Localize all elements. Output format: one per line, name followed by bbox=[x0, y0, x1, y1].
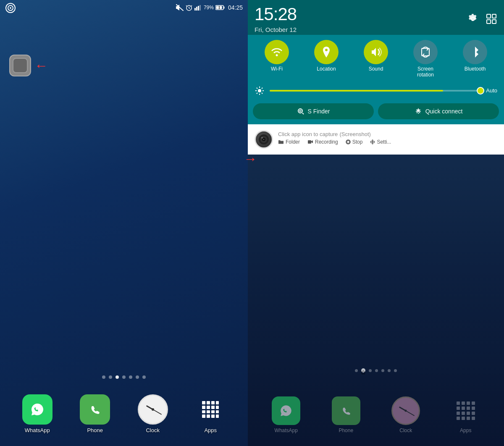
folder-icon bbox=[278, 139, 284, 144]
mute-icon bbox=[176, 4, 184, 11]
app-apps[interactable]: Apps bbox=[195, 394, 226, 433]
sound-label: Sound bbox=[369, 66, 383, 72]
svg-point-19 bbox=[258, 89, 261, 92]
toggle-bluetooth[interactable]: Bluetooth bbox=[458, 40, 492, 78]
right-dot-1[interactable] bbox=[355, 369, 358, 372]
page-dot-4[interactable] bbox=[122, 375, 126, 379]
brightness-slider[interactable] bbox=[270, 90, 481, 92]
left-dock: WhatsApp Phone Clock bbox=[0, 388, 248, 446]
page-dot-7[interactable] bbox=[142, 375, 146, 379]
toggle-rotation[interactable]: Screen rotation bbox=[409, 40, 442, 78]
shade-buttons: S Finder Quick connect bbox=[248, 100, 504, 124]
svg-rect-17 bbox=[492, 20, 496, 24]
right-dot-home[interactable]: ⌂ bbox=[361, 368, 365, 373]
apps-label: Apps bbox=[204, 427, 217, 433]
sfinder-button[interactable]: S Finder bbox=[253, 103, 374, 119]
notif-content: Click app icon to capture (Screenshot) F… bbox=[278, 130, 497, 145]
phone-icon bbox=[80, 394, 110, 425]
floating-ball[interactable] bbox=[9, 55, 31, 76]
red-arrow-left: ← bbox=[34, 59, 48, 72]
notif-action-stop[interactable]: Stop bbox=[346, 139, 363, 145]
svg-rect-7 bbox=[198, 6, 199, 10]
clock-icon bbox=[138, 394, 168, 425]
svg-rect-30 bbox=[347, 141, 349, 143]
brightness-thumb bbox=[477, 87, 484, 94]
right-dot-4[interactable] bbox=[375, 369, 378, 372]
page-dot-2[interactable] bbox=[109, 375, 112, 379]
right-dot-5[interactable] bbox=[381, 369, 384, 372]
notif-actions: Folder Recording bbox=[278, 139, 497, 145]
right-clock-icon bbox=[391, 396, 420, 425]
svg-point-20 bbox=[298, 109, 302, 113]
toggle-sound[interactable]: Sound bbox=[359, 40, 393, 78]
folder-label: Folder bbox=[286, 139, 300, 145]
notif-app-icon bbox=[255, 130, 273, 149]
page-dots bbox=[102, 375, 146, 379]
battery-icon bbox=[215, 5, 225, 10]
notif-action-recording[interactable]: Recording bbox=[307, 139, 338, 145]
right-app-apps[interactable]: Apps bbox=[452, 396, 480, 433]
sound-toggle-circle bbox=[364, 40, 388, 64]
settings-small-icon bbox=[370, 139, 375, 144]
notif-action-settings[interactable]: Setti... bbox=[370, 139, 391, 145]
left-screen: 79% 04:25 ← bbox=[0, 0, 248, 446]
phone-label: Phone bbox=[87, 427, 103, 433]
svg-rect-14 bbox=[487, 14, 491, 18]
right-apps-grid bbox=[457, 401, 475, 420]
status-icons: 79% 04:25 bbox=[176, 4, 243, 11]
right-dot-3[interactable] bbox=[369, 369, 372, 372]
quickconnect-button[interactable]: Quick connect bbox=[378, 103, 499, 119]
sfinder-label: S Finder bbox=[308, 108, 330, 115]
shade-date: Fri, October 12 bbox=[255, 26, 297, 33]
notification-card: → Click app icon to capture (Screenshot) bbox=[248, 124, 504, 155]
brightness-row: Auto bbox=[248, 81, 504, 100]
right-screen: 15:28 Fri, October 12 bbox=[248, 0, 504, 446]
right-app-whatsapp[interactable]: WhatsApp bbox=[272, 396, 300, 433]
right-app-phone[interactable]: Phone bbox=[332, 396, 360, 433]
page-dot-5[interactable] bbox=[129, 375, 132, 379]
alarm-icon bbox=[185, 4, 193, 11]
page-dot-1[interactable] bbox=[102, 375, 105, 379]
svg-point-31 bbox=[372, 141, 373, 143]
right-phone-label: Phone bbox=[339, 428, 353, 433]
svg-rect-5 bbox=[194, 8, 196, 10]
wifi-label: Wi-Fi bbox=[271, 66, 283, 72]
notif-action-folder[interactable]: Folder bbox=[278, 139, 300, 145]
right-dock: WhatsApp Phone Clock bbox=[248, 390, 504, 446]
svg-rect-16 bbox=[487, 20, 491, 24]
svg-rect-33 bbox=[338, 402, 354, 419]
whatsapp-icon bbox=[22, 394, 52, 425]
svg-rect-15 bbox=[492, 14, 496, 18]
right-apps-icon bbox=[452, 396, 480, 425]
app-clock[interactable]: Clock bbox=[138, 394, 168, 433]
camera-icon bbox=[5, 3, 16, 13]
toggle-location[interactable]: Location bbox=[310, 40, 343, 78]
settings-icon[interactable] bbox=[467, 13, 479, 25]
svg-rect-11 bbox=[223, 7, 224, 9]
right-dot-7[interactable] bbox=[394, 369, 397, 372]
recording-label: Recording bbox=[315, 139, 338, 145]
svg-rect-6 bbox=[196, 7, 197, 10]
shade-time: 15:28 bbox=[255, 4, 297, 24]
red-arrow-notification: → bbox=[244, 151, 257, 167]
app-phone[interactable]: Phone bbox=[80, 394, 110, 433]
apps-icon bbox=[195, 394, 226, 425]
right-app-clock[interactable]: Clock bbox=[391, 396, 420, 433]
toggle-wifi[interactable]: Wi-Fi bbox=[260, 40, 294, 78]
wifi-toggle-circle bbox=[265, 40, 289, 64]
brightness-auto-label: Auto bbox=[486, 87, 497, 94]
rotation-toggle-circle bbox=[413, 40, 438, 64]
app-whatsapp[interactable]: WhatsApp bbox=[22, 394, 52, 433]
recording-icon bbox=[307, 139, 313, 144]
page-dot-3[interactable] bbox=[116, 375, 119, 379]
svg-rect-13 bbox=[86, 400, 104, 419]
page-dot-6[interactable] bbox=[136, 375, 139, 379]
clock-label: Clock bbox=[146, 427, 160, 433]
right-apps-label: Apps bbox=[460, 428, 471, 433]
edit-grid-icon[interactable] bbox=[486, 13, 497, 25]
svg-point-21 bbox=[299, 110, 301, 112]
brightness-fill bbox=[270, 90, 443, 92]
right-dot-6[interactable] bbox=[388, 369, 391, 372]
right-whatsapp-label: WhatsApp bbox=[275, 428, 298, 433]
svg-point-26 bbox=[263, 139, 265, 140]
